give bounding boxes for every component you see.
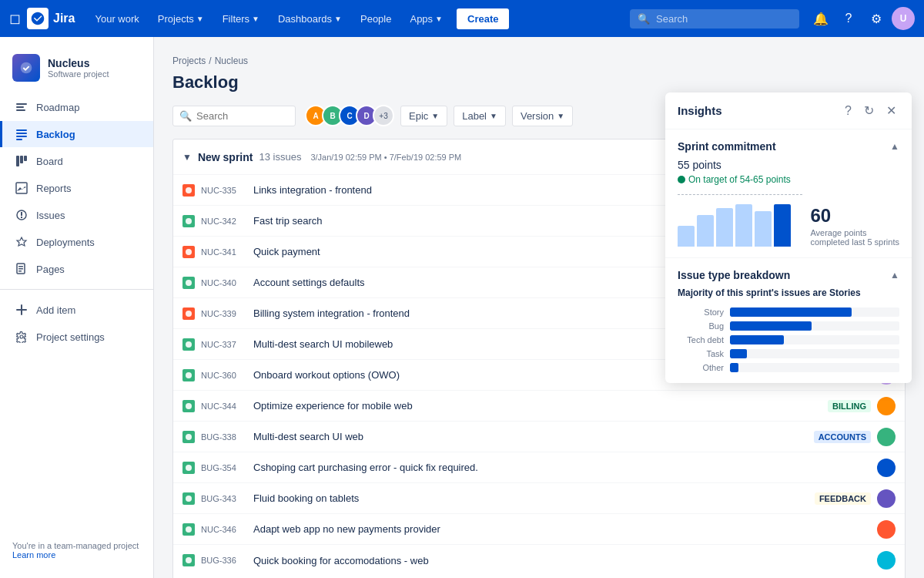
breakdown-bar-bg xyxy=(730,321,899,331)
notifications-button[interactable]: 🔔 xyxy=(808,6,833,31)
sidebar: Nucleus Software project Roadmap Backlog xyxy=(0,37,154,578)
svg-rect-8 xyxy=(16,156,19,166)
sidebar-item-label: Board xyxy=(36,156,63,167)
bar-chart-info: 60 Average points completed last 5 sprin… xyxy=(810,207,899,247)
projects-nav[interactable]: Projects ▼ xyxy=(150,8,212,29)
breakdown-bar-bg xyxy=(730,363,899,372)
issue-type-icon xyxy=(182,184,195,197)
user-avatar[interactable]: U xyxy=(892,7,915,30)
svg-point-32 xyxy=(186,526,192,533)
create-button[interactable]: Create xyxy=(457,8,509,29)
people-nav[interactable]: People xyxy=(353,8,399,29)
backlog-icon xyxy=(15,127,28,141)
issue-key: BUG-336 xyxy=(201,556,247,565)
chart-bar xyxy=(678,226,695,247)
chart-bar xyxy=(774,204,791,247)
issue-row[interactable]: BUG-338 Multi-dest search UI web ACCOUNT… xyxy=(173,422,905,452)
issue-search-input[interactable] xyxy=(196,110,289,122)
sidebar-item-label: Roadmap xyxy=(36,102,79,113)
issue-assignee-avatar xyxy=(877,397,896,415)
breakdown-row: Other xyxy=(678,363,899,372)
insights-panel: Insights ? ↻ ✕ Sprint commitment ▲ 55 po… xyxy=(665,92,912,383)
chart-bar xyxy=(735,204,752,247)
issue-row[interactable]: BUG-343 Fluid booking on tablets FEEDBAC… xyxy=(173,483,905,514)
svg-rect-10 xyxy=(24,156,27,161)
issue-type-icon xyxy=(182,554,195,566)
breakdown-bar-fill xyxy=(730,307,852,317)
grid-icon[interactable]: ◻ xyxy=(9,10,21,27)
label-filter[interactable]: Label ▼ xyxy=(454,106,506,126)
sidebar-item-backlog[interactable]: Backlog xyxy=(0,121,153,147)
issue-assignee-avatar xyxy=(877,489,896,508)
breadcrumb-nucleus[interactable]: Nucleus xyxy=(215,55,248,66)
insights-close-button[interactable]: ✕ xyxy=(883,102,899,119)
settings-button[interactable]: ⚙ xyxy=(864,6,889,31)
avatar-overflow[interactable]: +3 xyxy=(373,105,394,126)
issue-label: FEEDBACK xyxy=(815,492,871,505)
issue-summary: Optimize experience for mobile web xyxy=(253,400,822,412)
issue-search-box[interactable]: 🔍 xyxy=(172,106,296,126)
sidebar-item-deployments[interactable]: Deployments xyxy=(0,229,153,255)
your-work-nav[interactable]: Your work xyxy=(87,8,146,29)
breadcrumb-separator: / xyxy=(209,55,211,66)
sidebar-item-issues[interactable]: Issues xyxy=(0,202,153,228)
sprint-dates: 3/Jan/19 02:59 PM • 7/Feb/19 02:59 PM xyxy=(310,153,461,162)
issue-key: NUC-342 xyxy=(201,217,247,226)
insights-refresh-button[interactable]: ↻ xyxy=(861,102,877,119)
project-info: Nucleus Software project xyxy=(48,57,109,79)
breakdown-bar-fill xyxy=(730,321,812,331)
svg-point-31 xyxy=(186,496,192,502)
apps-nav[interactable]: Apps ▼ xyxy=(402,8,450,29)
search-input[interactable] xyxy=(656,13,779,25)
issue-row[interactable]: NUC-346 Adapt web app no new payments pr… xyxy=(173,514,905,545)
breakdown-toggle[interactable]: ▲ xyxy=(890,270,899,281)
help-button[interactable]: ? xyxy=(836,6,861,31)
issue-key: NUC-337 xyxy=(201,340,247,349)
breakdown-bar-bg xyxy=(730,349,899,358)
issue-assignee-avatar xyxy=(877,551,896,570)
learn-more-link[interactable]: Learn more xyxy=(12,550,55,560)
sidebar-item-pages[interactable]: Pages xyxy=(0,256,153,282)
issue-key: NUC-360 xyxy=(201,371,247,380)
issue-row[interactable]: BUG-354 Cshoping cart purchasing error -… xyxy=(173,452,905,483)
sidebar-item-project-settings[interactable]: Project settings xyxy=(0,324,153,350)
breakdown-row: Tech debt xyxy=(678,335,899,344)
epic-filter[interactable]: Epic ▼ xyxy=(400,106,447,126)
sidebar-item-roadmap[interactable]: Roadmap xyxy=(0,94,153,120)
commitment-points: 55 points xyxy=(678,159,899,171)
svg-rect-13 xyxy=(21,212,22,216)
sidebar-item-add-item[interactable]: Add item xyxy=(0,297,153,323)
breakdown-subtitle: Majority of this sprint's issues are Sto… xyxy=(678,287,899,298)
sidebar-item-board[interactable]: Board xyxy=(0,148,153,174)
breakdown-label: Tech debt xyxy=(678,335,724,344)
issue-type-icon xyxy=(182,338,195,351)
breakdown-label: Task xyxy=(678,349,724,358)
version-filter[interactable]: Version ▼ xyxy=(512,106,573,126)
svg-point-33 xyxy=(186,557,192,563)
sidebar-footer: You're in a team-managed project Learn m… xyxy=(0,532,153,569)
insights-help-button[interactable]: ? xyxy=(842,102,855,119)
dashboards-nav[interactable]: Dashboards ▼ xyxy=(270,8,350,29)
issue-type-icon xyxy=(182,462,195,474)
search-box[interactable]: 🔍 xyxy=(630,9,799,29)
filters-nav[interactable]: Filters ▼ xyxy=(215,8,267,29)
commitment-section: Sprint commitment ▲ 55 points On target … xyxy=(665,129,912,258)
breakdown-bar-bg xyxy=(730,307,899,317)
commitment-title: Sprint commitment xyxy=(678,140,776,153)
sidebar-item-reports[interactable]: Reports xyxy=(0,175,153,201)
issue-key: BUG-354 xyxy=(201,463,247,472)
issue-key: NUC-340 xyxy=(201,278,247,287)
issue-key: BUG-343 xyxy=(201,494,247,503)
sidebar-item-label: Deployments xyxy=(36,237,95,248)
jira-logo[interactable]: Jira xyxy=(27,8,75,29)
chart-bar xyxy=(755,211,772,247)
page-title: Backlog xyxy=(172,72,906,92)
issue-row[interactable]: BUG-336 Quick booking for accomodations … xyxy=(173,545,905,576)
on-target-dot xyxy=(678,176,685,183)
svg-rect-7 xyxy=(16,139,22,140)
breadcrumb-projects[interactable]: Projects xyxy=(172,55,206,66)
commitment-toggle[interactable]: ▲ xyxy=(890,141,899,152)
roadmap-icon xyxy=(15,100,28,114)
svg-rect-4 xyxy=(16,129,27,131)
issue-row[interactable]: NUC-344 Optimize experience for mobile w… xyxy=(173,391,905,422)
